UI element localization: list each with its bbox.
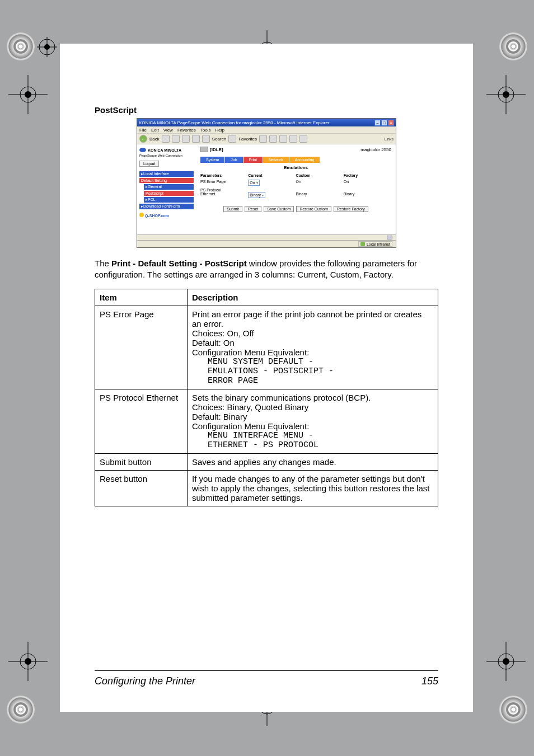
- main-panel: [IDLE] magicolor 2550 System Job Print N…: [196, 144, 396, 234]
- logout-button[interactable]: Logout: [139, 161, 159, 167]
- section-title: PostScript: [95, 105, 438, 115]
- sidebar-item-download[interactable]: ▸Download Font/Form: [139, 204, 194, 209]
- window-title: KONICA MINOLTA PageScope Web Connection …: [139, 120, 330, 125]
- menu-help[interactable]: Help: [215, 128, 224, 133]
- qshop-link[interactable]: Q-SHOP.com: [139, 213, 194, 218]
- print-icon[interactable]: [279, 135, 287, 143]
- ps-error-page-select[interactable]: On: [248, 180, 259, 186]
- ethernet-select[interactable]: Binary: [248, 192, 265, 198]
- page-number: 155: [421, 675, 438, 687]
- table-row: Reset buttonIf you made changes to any o…: [95, 470, 438, 506]
- reset-button[interactable]: Reset: [245, 206, 261, 212]
- description-cell: Saves and applies any changes made.: [188, 453, 438, 470]
- table-row: PS Error PagePrint an error page if the …: [95, 306, 438, 389]
- screenshot-container: KONICA MINOLTA PageScope Web Connection …: [137, 118, 396, 248]
- zone-label: Local intranet: [367, 242, 390, 246]
- menu-view[interactable]: View: [163, 128, 173, 133]
- sidebar-item-general[interactable]: ▸General: [144, 184, 194, 190]
- home-icon[interactable]: [192, 135, 200, 143]
- col-current: Current: [248, 173, 296, 177]
- tab-system[interactable]: System: [200, 157, 225, 163]
- registration-mark-icon: [499, 696, 527, 724]
- maximize-icon[interactable]: □: [381, 120, 387, 126]
- mail-icon[interactable]: [269, 135, 277, 143]
- device-label: magicolor 2550: [360, 147, 391, 152]
- item-cell: Submit button: [95, 453, 188, 470]
- minimize-icon[interactable]: –: [374, 120, 381, 126]
- sidebar-item-pcl[interactable]: ▸PCL: [144, 197, 194, 203]
- svg-point-15: [503, 658, 509, 665]
- registration-mark-icon: [499, 32, 527, 60]
- ethernet-custom: Binary: [296, 192, 344, 198]
- col-custom: Custom: [296, 173, 344, 177]
- discuss-icon[interactable]: [299, 135, 307, 143]
- page-content: PostScript KONICA MINOLTA PageScope Web …: [60, 44, 473, 712]
- idle-label: [IDLE]: [210, 147, 223, 152]
- registration-mark-icon: [7, 696, 35, 724]
- param-ethernet: Ethernet: [200, 192, 248, 198]
- web-connection-label: PageScope Web Connection: [139, 154, 194, 157]
- description-cell: Print an error page if the print job can…: [188, 306, 438, 389]
- sidebar-item-local-interface[interactable]: ▸Local Interface: [139, 171, 194, 177]
- save-custom-button[interactable]: Save Custom: [264, 206, 294, 212]
- menu-file[interactable]: File: [139, 128, 147, 133]
- item-cell: Reset button: [95, 470, 188, 506]
- edit-icon[interactable]: [289, 135, 297, 143]
- svg-point-3: [25, 91, 31, 98]
- menu-tools[interactable]: Tools: [200, 128, 211, 133]
- refresh-icon[interactable]: [182, 135, 190, 143]
- param-ps-error-page: PS Error Page: [200, 180, 248, 186]
- crop-mark-icon: [8, 75, 48, 114]
- table-row: Submit buttonSaves and applies any chang…: [95, 453, 438, 470]
- tab-job[interactable]: Job: [225, 157, 243, 163]
- back-icon[interactable]: ←: [139, 135, 147, 143]
- scroll-thumb[interactable]: [387, 236, 392, 240]
- tab-accounting[interactable]: Accounting: [289, 157, 321, 163]
- col-factory: Factory: [344, 173, 391, 177]
- menu-edit[interactable]: Edit: [151, 128, 159, 133]
- close-icon[interactable]: ×: [388, 120, 394, 126]
- footer-title: Configuring the Printer: [95, 675, 195, 687]
- forward-icon[interactable]: [162, 135, 170, 143]
- favorites-icon[interactable]: [228, 135, 236, 143]
- description-cell: If you made changes to any of the parame…: [188, 470, 438, 506]
- table-row: PS Protocol EthernetSets the binary comm…: [95, 389, 438, 453]
- ps-error-page-custom: On: [296, 180, 344, 186]
- back-label: Back: [149, 137, 160, 142]
- submit-button[interactable]: Submit: [223, 206, 242, 212]
- svg-point-27: [44, 44, 50, 50]
- menu-favorites[interactable]: Favorites: [177, 128, 196, 133]
- registration-mark-icon: [7, 32, 35, 60]
- links-label[interactable]: Links: [385, 137, 394, 141]
- col-parameters: Parameters: [200, 173, 248, 177]
- binding-mark-icon: [37, 37, 57, 57]
- horizontal-scrollbar[interactable]: [137, 234, 396, 240]
- emulations-header: Emulations: [200, 165, 391, 170]
- brand-label: KONICA MINOLTA: [148, 148, 181, 152]
- sidebar-item-postscript[interactable]: PostScript: [144, 191, 194, 196]
- search-label: Search: [212, 137, 226, 142]
- printer-icon: [200, 147, 208, 152]
- sidebar-item-default-setting[interactable]: Default Setting: [139, 178, 194, 183]
- intro-paragraph: The Print - Default Setting - PostScript…: [95, 258, 438, 281]
- th-description: Description: [188, 289, 438, 306]
- intro-bold: Print - Default Setting - PostScript: [111, 259, 247, 268]
- sidebar: KONICA MINOLTA PageScope Web Connection …: [137, 144, 196, 234]
- tab-print[interactable]: Print: [243, 157, 263, 163]
- ps-protocol-label: PS Protocol: [200, 188, 391, 192]
- description-cell: Sets the binary communications protocol …: [188, 389, 438, 453]
- restore-custom-button[interactable]: Restore Custom: [296, 206, 331, 212]
- toolbar: ← Back Search Favorites Links: [137, 133, 396, 144]
- restore-factory-button[interactable]: Restore Factory: [334, 206, 368, 212]
- crop-mark-icon: [8, 642, 48, 681]
- th-item: Item: [95, 289, 188, 306]
- tab-network[interactable]: Network: [263, 157, 289, 163]
- crop-mark-icon: [486, 75, 526, 114]
- stop-icon[interactable]: [172, 135, 180, 143]
- ps-error-page-factory: On: [344, 180, 391, 186]
- search-icon[interactable]: [202, 135, 210, 143]
- ethernet-factory: Binary: [344, 192, 391, 198]
- window-titlebar: KONICA MINOLTA PageScope Web Connection …: [137, 119, 396, 126]
- history-icon[interactable]: [259, 135, 267, 143]
- parameters-table: Item Description PS Error PagePrint an e…: [95, 289, 438, 506]
